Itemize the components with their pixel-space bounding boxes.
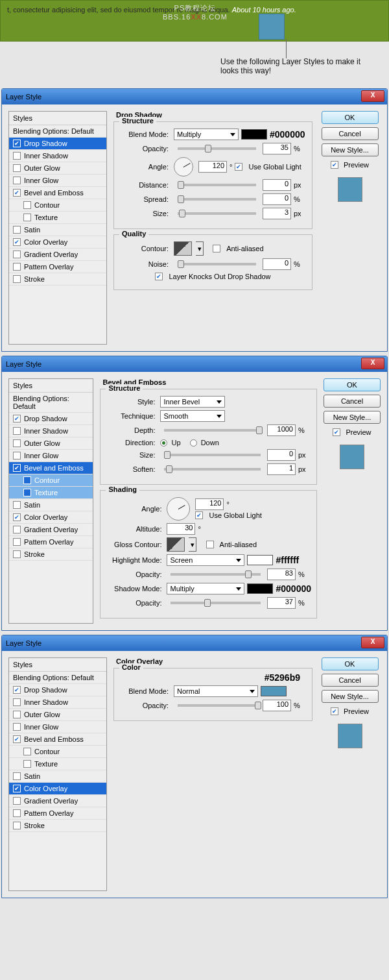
shadow-color-swatch[interactable] [247,583,273,594]
opacity-input[interactable]: 100 [263,700,291,711]
checkbox[interactable] [13,189,21,197]
style-pattern-overlay[interactable]: Pattern Overlay [9,536,93,548]
style-pattern-overlay[interactable]: Pattern Overlay [9,261,106,273]
style-gradient-overlay[interactable]: Gradient Overlay [9,524,93,536]
close-button[interactable]: X [361,637,384,648]
style-bevel-emboss[interactable]: Bevel and Emboss [9,187,106,199]
checkbox[interactable] [13,526,21,533]
style-contour[interactable]: Contour [9,746,106,758]
new-style-button[interactable]: New Style... [322,143,379,156]
size-slider[interactable] [178,212,256,215]
style-outer-glow[interactable]: Outer Glow [9,162,106,175]
style-color-overlay[interactable]: Color Overlay [9,236,106,249]
checkbox[interactable] [13,275,21,283]
style-stroke[interactable]: Stroke [9,548,93,561]
opacity-input[interactable]: 35 [263,143,291,154]
style-drop-shadow[interactable]: Drop Shadow [9,684,106,696]
checkbox[interactable] [23,760,31,768]
style-color-overlay[interactable]: Color Overlay [9,783,106,795]
direction-down-radio[interactable] [190,439,197,447]
checkbox[interactable] [13,711,21,718]
style-stroke[interactable]: Stroke [9,273,106,286]
style-inner-shadow[interactable]: Inner Shadow [9,150,106,162]
size-slider[interactable] [164,454,261,456]
close-button[interactable]: X [361,90,384,102]
style-gradient-overlay[interactable]: Gradient Overlay [9,249,106,261]
styles-header[interactable]: Styles [9,379,93,393]
style-outer-glow[interactable]: Outer Glow [9,709,106,721]
checkbox[interactable] [13,439,21,447]
style-color-overlay[interactable]: Color Overlay [9,511,93,524]
blending-options[interactable]: Blending Options: Default [9,672,106,684]
global-light-checkbox[interactable] [195,511,203,519]
checkbox[interactable] [13,785,21,792]
opacity-slider[interactable] [178,704,256,707]
style-contour[interactable]: Contour [9,199,106,212]
styles-header[interactable]: Styles [9,112,106,125]
style-satin[interactable]: Satin [9,770,106,783]
checkbox[interactable] [13,550,21,558]
style-inner-glow[interactable]: Inner Glow [9,721,106,733]
new-style-button[interactable]: New Style... [324,411,381,424]
spread-input[interactable]: 0 [263,193,291,205]
preview-checkbox[interactable] [331,161,338,169]
opacity-slider[interactable] [178,147,256,150]
checkbox[interactable] [13,263,21,271]
close-button[interactable]: X [361,358,384,369]
checkbox[interactable] [13,501,21,509]
checkbox[interactable] [13,415,21,423]
ok-button[interactable]: OK [324,378,381,391]
style-contour[interactable]: Contour [9,474,93,487]
checkbox[interactable] [23,201,31,209]
angle-input[interactable]: 120 [195,498,224,510]
style-texture[interactable]: Texture [9,758,106,770]
checkbox[interactable] [13,797,21,805]
angle-dial[interactable] [174,157,193,177]
shadow-mode-select[interactable]: Multiply [167,583,244,594]
checkbox[interactable] [13,226,21,234]
style-inner-shadow[interactable]: Inner Shadow [9,696,106,709]
checkbox[interactable] [13,513,21,521]
angle-dial[interactable] [167,497,190,521]
cancel-button[interactable]: Cancel [324,395,381,408]
style-stroke[interactable]: Stroke [9,820,106,832]
highlight-opacity-slider[interactable] [171,573,261,576]
style-inner-glow[interactable]: Inner Glow [9,450,93,462]
angle-input[interactable]: 120 [198,161,227,173]
antialiased-checkbox[interactable] [213,245,220,252]
checkbox[interactable] [13,809,21,817]
style-select[interactable]: Inner Bevel [160,396,225,408]
titlebar[interactable]: Layer Style X [2,356,387,372]
checkbox[interactable] [13,686,21,694]
shadow-opacity-input[interactable]: 37 [267,597,296,609]
direction-up-radio[interactable] [160,439,167,447]
checkbox[interactable] [13,177,21,184]
knockout-checkbox[interactable] [155,273,163,280]
depth-input[interactable]: 1000 [267,424,296,436]
checkbox[interactable] [13,698,21,706]
checkbox[interactable] [23,748,31,755]
blending-options[interactable]: Blending Options: Default [9,393,93,413]
checkbox[interactable] [13,251,21,258]
checkbox[interactable] [13,152,21,160]
technique-select[interactable]: Smooth [160,410,225,422]
preview-checkbox[interactable] [333,428,340,436]
style-satin[interactable]: Satin [9,224,106,236]
checkbox[interactable] [13,822,21,829]
gloss-contour-swatch[interactable] [167,537,185,552]
highlight-opacity-input[interactable]: 83 [267,569,296,580]
checkbox[interactable] [13,238,21,246]
styles-header[interactable]: Styles [9,658,106,672]
altitude-input[interactable]: 30 [167,523,195,535]
checkbox[interactable] [23,489,31,496]
highlight-color-swatch[interactable] [247,555,273,565]
gloss-contour-dropdown[interactable]: ▾ [189,537,196,552]
contour-dropdown[interactable]: ▾ [196,241,204,256]
ok-button[interactable]: OK [322,111,379,124]
blending-options[interactable]: Blending Options: Default [9,125,106,138]
contour-swatch[interactable] [174,241,192,256]
distance-slider[interactable] [178,184,256,186]
checkbox[interactable] [13,723,21,731]
checkbox[interactable] [13,464,21,472]
noise-slider[interactable] [178,263,256,265]
